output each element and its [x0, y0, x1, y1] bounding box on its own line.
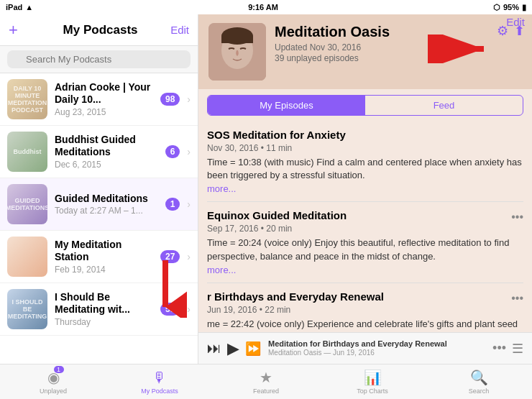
search-wrapper: 🔍 [7, 50, 191, 68]
status-left: iPad ▲ [6, 3, 33, 12]
podcast-info: Adrian Cooke | Your Daily 10... Aug 23, … [55, 81, 153, 117]
battery-text: 95% [503, 3, 519, 12]
episode-header: Equinox Guided Meditation ••• [207, 209, 523, 224]
tab-icon-wrapper: ★ [260, 369, 272, 386]
wifi-icon: ▲ [25, 3, 33, 12]
sidebar: + My Podcasts Edit 🔍 DAILY 10 MINUTE MED… [0, 14, 198, 364]
podcast-main-title: Meditation Oasis [275, 23, 522, 40]
cover-face-svg [208, 23, 266, 81]
podcast-info: Guided Meditations Today at 2:27 AM – 1.… [55, 193, 158, 216]
podcast-list-item[interactable]: I SHOULD BE MEDITATING I Should Be Medit… [0, 283, 198, 336]
battery-icon: ▮ [522, 3, 526, 12]
segment-my-episodes[interactable]: My Episodes [208, 96, 365, 115]
segment-feed[interactable]: Feed [365, 96, 523, 115]
episodes-list: SOS Meditation for Anxiety Nov 30, 2016 … [198, 121, 532, 332]
tab-bar: ◉ 1 Unplayed 🎙 My Podcasts ★ Featured 📊 … [0, 364, 532, 399]
main-panel-edit-area: Edit [506, 16, 525, 29]
podcast-list-item[interactable]: GUIDED MEDITATIONS Guided Meditations To… [0, 178, 198, 231]
episode-item: r Birthdays and Everyday Renewal ••• Jun… [207, 283, 523, 332]
chevron-right-icon: › [187, 303, 191, 315]
content-area: + My Podcasts Edit 🔍 DAILY 10 MINUTE MED… [0, 14, 532, 364]
search-input[interactable] [7, 50, 191, 68]
chevron-right-icon: › [187, 198, 191, 210]
main-panel: Meditation Oasis Updated Nov 30, 2016 39… [198, 14, 532, 364]
podcast-date: Today at 2:27 AM – 1... [55, 206, 158, 216]
episode-more-link[interactable]: more... [207, 183, 523, 194]
episode-item: Equinox Guided Meditation ••• Sep 17, 20… [207, 202, 523, 283]
status-bar: iPad ▲ 9:16 AM ⬡ 95% ▮ [0, 0, 532, 14]
podcast-list-item[interactable]: Buddhist Buddhist Guided Meditations Dec… [0, 126, 198, 178]
status-time: 9:16 AM [248, 3, 278, 12]
more-options-icon[interactable]: ••• [492, 341, 506, 356]
podcast-name: Buddhist Guided Meditations [55, 134, 158, 158]
podcast-list-item[interactable]: DAILY 10 MINUTE MEDITATION PODCAST Adria… [0, 73, 198, 126]
app-container: + My Podcasts Edit 🔍 DAILY 10 MINUTE MED… [0, 14, 532, 399]
carrier-text: iPad [6, 3, 22, 12]
podcast-info: I Should Be Meditating wit... Thursday [55, 291, 153, 327]
podcast-info: Buddhist Guided Meditations Dec 6, 2015 [55, 134, 158, 170]
tab-search[interactable]: 🔍 Search [426, 364, 532, 399]
thumb-art: GUIDED MEDITATIONS [7, 184, 47, 224]
skip-forward-icon[interactable]: ⏩ [245, 341, 261, 357]
podcast-title-area: Meditation Oasis Updated Nov 30, 2016 39… [275, 23, 522, 63]
episode-meta: Sep 17, 2016 • 20 min [207, 224, 523, 234]
podcast-name: Adrian Cooke | Your Daily 10... [55, 81, 153, 106]
episode-more-icon[interactable]: ••• [511, 292, 523, 305]
tab-myPodcasts[interactable]: 🎙 My Podcasts [106, 364, 213, 399]
episode-desc: Time = 20:24 (voice only) Enjoy this bea… [207, 237, 523, 262]
tab-featured[interactable]: ★ Featured [213, 364, 319, 399]
tab-topCharts[interactable]: 📊 Top Charts [319, 364, 426, 399]
thumb-art: Buddhist [7, 132, 47, 172]
podcast-badge: 6 [165, 145, 180, 158]
tab-badge-count: 1 [54, 366, 64, 373]
player-track-info: Meditation for Birthdays and Everyday Re… [268, 339, 485, 357]
podcast-date: Aug 23, 2015 [55, 107, 153, 117]
episode-title[interactable]: r Birthdays and Everyday Renewal [207, 290, 384, 303]
tab-unplayed[interactable]: ◉ 1 Unplayed [0, 364, 106, 399]
status-right: ⬡ 95% ▮ [493, 3, 526, 12]
skip-back-icon[interactable]: ⏭ [207, 340, 221, 357]
chevron-right-icon: › [187, 146, 191, 157]
unplayed-tab-label: Unplayed [40, 387, 67, 395]
player-bar: ⏭ ▶ ⏩ Meditation for Birthdays and Every… [198, 332, 532, 364]
tab-icon-wrapper: 🔍 [470, 369, 488, 386]
episode-more-link[interactable]: more... [207, 265, 523, 275]
topCharts-tab-icon: 📊 [364, 370, 382, 385]
podcast-thumbnail: I SHOULD BE MEDITATING [7, 289, 47, 329]
episode-title[interactable]: Equinox Guided Meditation [207, 209, 347, 221]
podcast-updated-text: Updated Nov 30, 2016 [275, 42, 522, 52]
podcast-thumbnail: Buddhist [7, 132, 47, 172]
episode-header: SOS Meditation for Anxiety [207, 129, 523, 143]
podcast-list-item[interactable]: My Meditation Station Feb 19, 2014 27 › [0, 231, 198, 283]
list-icon[interactable]: ☰ [512, 341, 523, 357]
play-icon[interactable]: ▶ [227, 339, 239, 358]
thumb-art: I SHOULD BE MEDITATING [7, 289, 47, 329]
main-panel-edit-btn[interactable]: Edit [506, 16, 525, 28]
episode-desc: me = 22:42 (voice only) Experience and c… [207, 318, 523, 332]
bluetooth-icon: ⬡ [493, 3, 500, 12]
chevron-right-icon: › [187, 251, 191, 262]
podcast-list: DAILY 10 MINUTE MEDITATION PODCAST Adria… [0, 73, 198, 364]
tab-icon-wrapper: 🎙 [152, 370, 167, 386]
search-bar: 🔍 [0, 46, 198, 73]
episode-header: r Birthdays and Everyday Renewal ••• [207, 290, 523, 305]
search-tab-icon: 🔍 [470, 370, 488, 385]
podcast-badge: 55 [160, 303, 180, 316]
podcast-info: My Meditation Station Feb 19, 2014 [55, 239, 153, 275]
player-track-title: Meditation for Birthdays and Everyday Re… [268, 339, 485, 349]
episode-more-icon[interactable]: ••• [511, 211, 523, 224]
episode-meta: Nov 30, 2016 • 11 min [207, 143, 523, 153]
player-track-sub: Meditation Oasis — Jun 19, 2016 [268, 349, 485, 357]
search-tab-label: Search [469, 387, 490, 395]
add-podcast-button[interactable]: + [9, 21, 30, 40]
episode-title[interactable]: SOS Meditation for Anxiety [207, 129, 346, 141]
podcast-date: Dec 6, 2015 [55, 160, 158, 170]
episode-meta: Jun 19, 2016 • 22 min [207, 305, 523, 315]
sidebar-edit-button[interactable]: Edit [170, 24, 189, 36]
podcast-badge: 27 [160, 250, 180, 263]
topCharts-tab-label: Top Charts [357, 387, 388, 395]
player-right-controls: ••• ☰ [492, 341, 523, 357]
podcast-unplayed-text: 39 unplayed episodes [275, 53, 522, 63]
podcast-name: My Meditation Station [55, 239, 153, 263]
sidebar-title: My Podcasts [30, 23, 170, 37]
